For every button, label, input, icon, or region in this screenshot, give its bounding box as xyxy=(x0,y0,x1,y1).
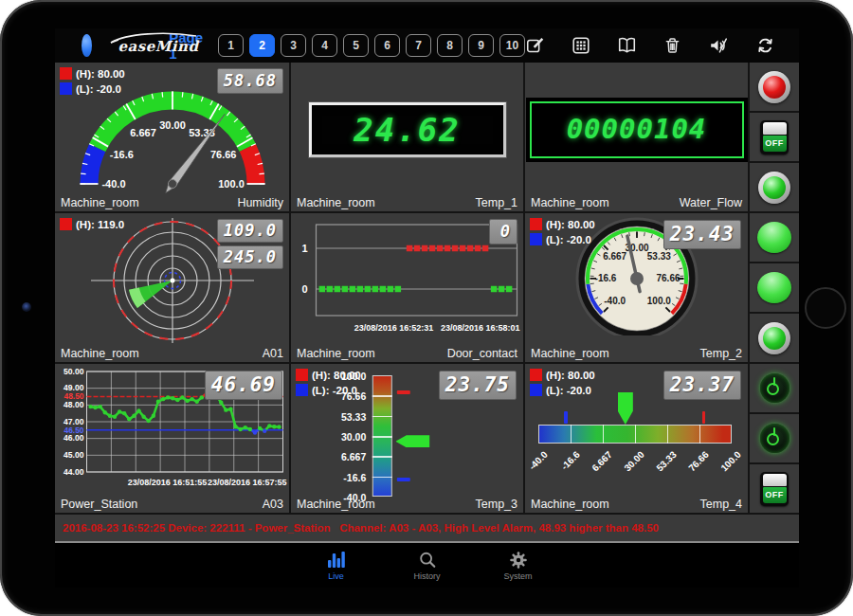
svg-text:1: 1 xyxy=(301,243,307,254)
high-limit-label: (H): 80.00 xyxy=(546,370,595,381)
svg-text:6.667: 6.667 xyxy=(603,251,626,262)
green-led-indicator[interactable] xyxy=(758,172,790,204)
svg-text:48.00: 48.00 xyxy=(63,400,83,409)
switch-label: OFF xyxy=(763,487,787,503)
direction-display: 245.0 xyxy=(217,245,283,269)
red-led-indicator[interactable] xyxy=(758,71,790,103)
green-led-bulb xyxy=(763,176,786,199)
side-cell xyxy=(750,213,799,262)
status-dot xyxy=(82,34,92,57)
channel-label: Humidity xyxy=(237,196,283,209)
widget-a01[interactable]: (H): 119.0 109.0 245.0 Machine_roomA01 xyxy=(55,213,289,362)
page-button-9[interactable]: 9 xyxy=(468,34,494,57)
page-button-2[interactable]: 2 xyxy=(249,34,275,57)
page-button-3[interactable]: 3 xyxy=(281,34,306,57)
widget-door-contact[interactable]: 0 1023/08/2016 16:52:3123/08/2016 16:58:… xyxy=(291,213,523,362)
low-limit-swatch xyxy=(530,233,542,245)
bars-icon xyxy=(326,551,347,570)
channel-label: A03 xyxy=(263,498,283,511)
logo-text: easeMind xyxy=(118,38,199,55)
low-limit-swatch xyxy=(530,384,542,396)
page-button-5[interactable]: 5 xyxy=(343,34,369,57)
low-limit-tick xyxy=(564,411,568,424)
widget-humidity[interactable]: (H): 80.00 (L): -20.0 58.68 -40.0-16.66.… xyxy=(55,63,289,211)
alarm-message: 2016-08-23 16:52:25 Device: 222111 - Pow… xyxy=(55,515,799,541)
mute-icon[interactable] xyxy=(707,35,730,56)
temp4-scale-bar: -40.0-16.66.66730.0053.3376.66100.0 xyxy=(536,390,737,502)
scale-tick-label: 30.00 xyxy=(318,431,366,443)
side-cell xyxy=(750,414,799,462)
power-bar-icon xyxy=(773,427,776,436)
widget-temp1[interactable]: 24.62 Machine_roomTemp_1 xyxy=(291,63,523,211)
tab-live-label: Live xyxy=(328,571,344,581)
bar-divider xyxy=(603,425,605,444)
power-button[interactable] xyxy=(760,424,789,453)
tab-system-label: System xyxy=(503,571,532,581)
bar-divider xyxy=(667,425,669,444)
low-limit-swatch xyxy=(60,82,72,95)
limit-legend: (H): 119.0 xyxy=(60,218,124,233)
edit-icon[interactable] xyxy=(525,35,546,56)
scale-tick-label: 100.0 xyxy=(718,449,742,473)
svg-text:50.00: 50.00 xyxy=(63,367,83,376)
front-camera xyxy=(22,302,31,312)
tab-live[interactable]: Live xyxy=(316,551,357,581)
trash-icon[interactable] xyxy=(662,35,682,56)
green-lamp[interactable] xyxy=(757,272,791,303)
page-button-8[interactable]: 8 xyxy=(437,34,463,57)
high-limit-swatch xyxy=(60,218,72,230)
green-led-bulb xyxy=(763,327,786,350)
page-button-1[interactable]: 1 xyxy=(218,34,244,57)
counter-display: 00000104 xyxy=(530,101,744,158)
limit-legend: (H): 80.00 (L): -20.0 xyxy=(60,67,125,98)
channel-label: Door_contact xyxy=(447,347,517,360)
bar-divider xyxy=(372,436,391,438)
home-button[interactable] xyxy=(805,287,846,329)
power-button[interactable] xyxy=(760,373,789,403)
svg-text:-40.0: -40.0 xyxy=(604,296,626,306)
tab-history-label: History xyxy=(413,571,440,581)
side-cell xyxy=(750,364,799,412)
screenshot-stage: easeMind Page 1 1 2 3 4 5 6 7 8 9 10 xyxy=(0,0,853,616)
page-button-10[interactable]: 10 xyxy=(499,34,525,57)
device-label: Machine_room xyxy=(61,347,139,360)
widget-temp2[interactable]: (H): 80.00 (L): -20.0 23.43 -40.0-16.66.… xyxy=(525,213,748,362)
page-button-6[interactable]: 6 xyxy=(374,34,400,57)
page-button-4[interactable]: 4 xyxy=(312,34,337,57)
bar-divider xyxy=(372,416,391,418)
tab-history[interactable]: History xyxy=(407,551,448,581)
off-switch[interactable]: OFF xyxy=(760,472,789,506)
scale-tick-label: 53.33 xyxy=(654,449,678,473)
keypad-icon[interactable] xyxy=(571,35,591,56)
low-limit-swatch xyxy=(296,384,308,396)
page-button-7[interactable]: 7 xyxy=(406,34,431,57)
device-label: Machine_room xyxy=(297,196,375,209)
channel-label: Temp_4 xyxy=(700,498,742,511)
bar-divider xyxy=(372,395,391,397)
high-limit-tick xyxy=(396,390,409,394)
svg-text:100.0: 100.0 xyxy=(218,178,245,190)
off-switch[interactable]: OFF xyxy=(760,120,789,154)
widget-a03[interactable]: 46.69 50.0049.0048.0047.0046.0045.0044.0… xyxy=(55,364,289,513)
svg-text:6.667: 6.667 xyxy=(130,127,156,138)
bar-divider xyxy=(635,425,637,444)
value-display: 23.75 xyxy=(439,371,517,400)
book-icon[interactable] xyxy=(616,35,638,56)
green-lamp[interactable] xyxy=(757,222,791,253)
widget-temp4[interactable]: (H): 80.00 (L): -20.0 23.37 -40.0-16.66.… xyxy=(525,364,748,513)
green-led-indicator[interactable] xyxy=(758,322,790,354)
widget-grid: (H): 80.00 (L): -20.0 58.68 -40.0-16.66.… xyxy=(55,63,748,513)
high-limit-label: (H): 119.0 xyxy=(76,219,124,230)
side-cell xyxy=(750,263,799,312)
tab-system[interactable]: System xyxy=(498,551,539,581)
scale-tick-label: -16.6 xyxy=(318,472,366,483)
value-display: 58.68 xyxy=(217,68,283,94)
svg-text:23/08/2016 16:57:55: 23/08/2016 16:57:55 xyxy=(207,478,286,487)
svg-text:-16.6: -16.6 xyxy=(594,273,616,283)
bar-divider xyxy=(699,425,701,444)
refresh-icon[interactable] xyxy=(754,35,776,56)
widget-temp3[interactable]: (H): 80.00 (L): -20.0 23.75 100.076.6653… xyxy=(291,364,523,513)
page-buttons: 1 2 3 4 5 6 7 8 9 10 xyxy=(218,34,525,57)
widget-water-flow[interactable]: 00000104 Machine_roomWater_Flow xyxy=(525,63,748,211)
scale-tick-label: 6.667 xyxy=(590,449,613,473)
